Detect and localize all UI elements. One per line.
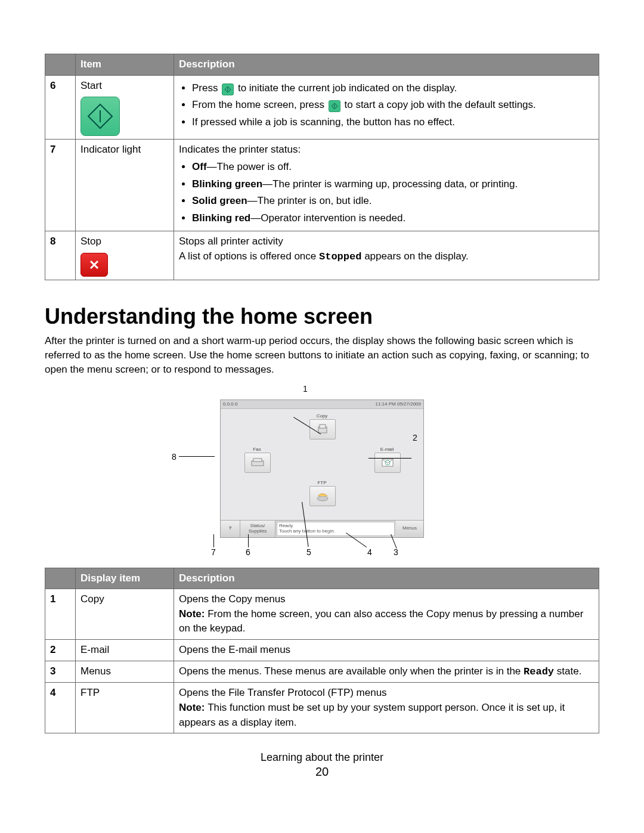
footer-section: Learning about the printer bbox=[45, 751, 599, 764]
datetime: 11:14 PM 05/27/2009 bbox=[375, 400, 421, 408]
intro-text: Indicates the printer status: bbox=[179, 144, 301, 155]
row-desc: Opens the E-mail menus bbox=[174, 640, 599, 661]
row-item: Start bbox=[76, 75, 174, 140]
table-row: 8 Stop Stops all printer activity A list… bbox=[45, 231, 599, 280]
line: Opens the File Transfer Protocol (FTP) m… bbox=[179, 686, 594, 701]
copy-label: Copy bbox=[309, 413, 335, 419]
ftp-button[interactable] bbox=[309, 486, 336, 506]
row-num: 1 bbox=[45, 589, 76, 640]
control-panel-table: Item Description 6 Start bbox=[45, 54, 599, 280]
table-row: 2 E-mail Opens the E-mail menus bbox=[45, 640, 599, 661]
callout-5: 5 bbox=[306, 547, 311, 557]
status-ready: Ready bbox=[279, 523, 392, 529]
col-display-item: Display item bbox=[76, 568, 174, 589]
status-supplies-button[interactable]: Status/ Supplies bbox=[240, 521, 275, 537]
screen-bottombar: ? Status/ Supplies Ready Touch any butto… bbox=[221, 520, 423, 537]
row-num: 7 bbox=[45, 140, 76, 231]
intro-paragraph: After the printer is turned on and a sho… bbox=[45, 334, 599, 376]
col-item: Item bbox=[76, 54, 174, 76]
line: Opens the Copy menus bbox=[179, 592, 594, 607]
email-label: E-mail bbox=[374, 447, 400, 452]
row-num: 8 bbox=[45, 231, 76, 280]
menus-button[interactable]: Menus bbox=[396, 521, 423, 537]
callout-6: 6 bbox=[246, 547, 250, 557]
row-item: E-mail bbox=[76, 640, 174, 661]
ip-address: 0.0.0.0 bbox=[223, 400, 237, 408]
bullet: Blinking red—Operator intervention is ne… bbox=[192, 211, 594, 226]
row-item: Copy bbox=[76, 589, 174, 640]
svg-point-14 bbox=[317, 496, 328, 501]
col-desc: Description bbox=[174, 568, 599, 589]
row-desc: Stops all printer activity A list of opt… bbox=[174, 231, 599, 280]
row-desc: Opens the Copy menus Note: From the home… bbox=[174, 589, 599, 640]
callout-2: 2 bbox=[413, 433, 417, 442]
stop-button-icon bbox=[80, 253, 108, 277]
ftp-label: FTP bbox=[309, 480, 335, 485]
item-label: Start bbox=[80, 80, 102, 91]
col-desc: Description bbox=[174, 54, 599, 76]
screen-topbar: 0.0.0.0 11:14 PM 05/27/2009 bbox=[221, 400, 423, 409]
bullet: Off—The power is off. bbox=[192, 160, 594, 175]
section-heading: Understanding the home screen bbox=[45, 304, 599, 329]
note: Note: This function must be set up by yo… bbox=[179, 701, 594, 730]
bullet: Press to initiate the current job indica… bbox=[192, 81, 594, 96]
row-num: 6 bbox=[45, 75, 76, 140]
home-screen-diagram: 0.0.0.0 11:14 PM 05/27/2009 Copy Fax E-m… bbox=[155, 388, 489, 556]
col-num bbox=[45, 568, 76, 589]
page-footer: Learning about the printer 20 bbox=[45, 751, 599, 779]
callout-4: 4 bbox=[367, 547, 372, 557]
item-label: Stop bbox=[80, 236, 101, 247]
table-row: 6 Start Press bbox=[45, 75, 599, 140]
row-item: Menus bbox=[76, 661, 174, 683]
row-desc: Opens the menus. These menus are availab… bbox=[174, 661, 599, 683]
status-message-bar: Ready Touch any button to begin. bbox=[277, 522, 395, 536]
row-item: Stop bbox=[76, 231, 174, 280]
line: A list of options is offered once Stoppe… bbox=[179, 249, 594, 265]
table-row: 4 FTP Opens the File Transfer Protocol (… bbox=[45, 683, 599, 733]
status-touch: Touch any button to begin. bbox=[279, 528, 392, 534]
table-row: 1 Copy Opens the Copy menus Note: From t… bbox=[45, 589, 599, 640]
bullet: Blinking green—The printer is warming up… bbox=[192, 177, 594, 192]
table-row: 3 Menus Opens the menus. These menus are… bbox=[45, 661, 599, 683]
start-inline-icon bbox=[329, 100, 340, 112]
bullet: From the home screen, press to start a c… bbox=[192, 98, 594, 113]
note: Note: From the home screen, you can also… bbox=[179, 607, 594, 636]
screen: 0.0.0.0 11:14 PM 05/27/2009 Copy Fax E-m… bbox=[220, 400, 424, 538]
callout-8: 8 bbox=[172, 452, 177, 462]
svg-rect-11 bbox=[253, 459, 262, 462]
email-button[interactable] bbox=[374, 453, 401, 473]
fax-label: Fax bbox=[244, 447, 270, 452]
row-desc: Opens the File Transfer Protocol (FTP) m… bbox=[174, 683, 599, 733]
callout-1: 1 bbox=[303, 384, 308, 394]
start-inline-icon bbox=[222, 83, 234, 95]
col-num bbox=[45, 54, 76, 76]
bullet: If pressed while a job is scanning, the … bbox=[192, 115, 594, 130]
display-items-table: Display item Description 1 Copy Opens th… bbox=[45, 568, 599, 734]
row-num: 3 bbox=[45, 661, 76, 683]
callout-7: 7 bbox=[211, 547, 216, 557]
bullet: Solid green—The printer is on, but idle. bbox=[192, 194, 594, 209]
row-num: 4 bbox=[45, 683, 76, 733]
start-button-icon bbox=[80, 97, 120, 136]
line: Stops all printer activity bbox=[179, 234, 594, 249]
svg-rect-9 bbox=[320, 425, 326, 428]
table-row: 7 Indicator light Indicates the printer … bbox=[45, 140, 599, 231]
row-desc: Indicates the printer status: Off—The po… bbox=[174, 140, 599, 231]
row-num: 2 bbox=[45, 640, 76, 661]
fax-button[interactable] bbox=[244, 453, 271, 473]
help-button[interactable]: ? bbox=[221, 521, 240, 537]
page-number: 20 bbox=[45, 765, 599, 779]
row-desc: Press to initiate the current job indica… bbox=[174, 75, 599, 140]
row-item: Indicator light bbox=[76, 140, 174, 231]
row-item: FTP bbox=[76, 683, 174, 733]
